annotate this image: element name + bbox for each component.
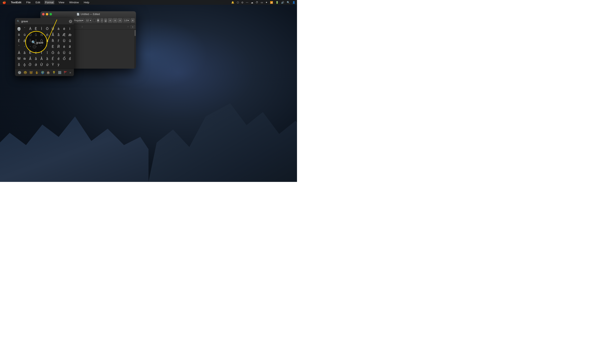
char-cell[interactable]: Ǜ	[28, 32, 33, 38]
char-cell[interactable]: Ě	[28, 50, 33, 56]
char-search-input[interactable]	[21, 20, 68, 23]
char-cell[interactable]: à	[56, 26, 61, 32]
menubar-icon-wifi[interactable]: 📶	[270, 1, 273, 4]
category-objects[interactable]: 💡	[52, 71, 56, 74]
char-cell[interactable]: È	[50, 44, 55, 50]
menubar-icon-cloud[interactable]: ☁	[251, 1, 253, 4]
char-cell[interactable]: ǜ	[33, 32, 39, 38]
char-cell[interactable]: ở	[33, 62, 39, 68]
char-cell[interactable]: Ǣ	[61, 32, 67, 38]
char-cell[interactable]: Ȉ	[28, 38, 33, 44]
char-cell[interactable]: ǐ	[45, 50, 50, 56]
list-btn[interactable]: ≡	[131, 18, 135, 23]
menubar-search[interactable]: 🔍	[287, 1, 290, 4]
char-cell[interactable]: Ù	[50, 26, 55, 32]
menubar-icon-display[interactable]: ▭	[261, 1, 263, 4]
char-cell[interactable]: ù	[22, 32, 27, 38]
char-cell[interactable]: ì	[67, 26, 73, 32]
char-cell[interactable]: Ǎ	[16, 50, 22, 56]
font-size-selector[interactable]: 12 ▾	[85, 18, 92, 23]
scrollbar-thumb[interactable]	[135, 30, 136, 36]
menu-help[interactable]: Help	[83, 0, 90, 4]
char-cell[interactable]: ò	[16, 32, 22, 38]
char-cell[interactable]: ǹ	[45, 32, 50, 38]
char-cell[interactable]: ˴	[22, 44, 27, 50]
line-spacing-selector[interactable]: 1.0 ▾	[123, 18, 130, 23]
char-cell[interactable]: Ì	[39, 26, 44, 32]
category-emoji[interactable]: 😀	[24, 71, 27, 74]
char-cell[interactable]: ě	[33, 50, 39, 56]
char-cell[interactable]: ȉ	[33, 38, 39, 44]
char-cell[interactable]: Ắ	[28, 56, 33, 62]
char-cell[interactable]: `	[16, 44, 22, 50]
char-cell[interactable]: ử	[45, 62, 50, 68]
category-nature[interactable]: 🌍	[41, 71, 44, 74]
char-cell[interactable]: ẁ	[22, 56, 27, 62]
menubar-icon-timemachine[interactable]: ⏱	[256, 1, 258, 4]
char-cell[interactable]: Ǔ	[61, 50, 67, 56]
text-color-selector[interactable]	[93, 19, 96, 22]
category-animals[interactable]: 🐱	[29, 71, 33, 74]
menubar-icon-volume[interactable]: 🔊	[281, 1, 284, 4]
char-cell[interactable]: Ǹ	[39, 32, 44, 38]
menu-window[interactable]: Window	[68, 0, 80, 4]
menubar-user[interactable]: 👤	[292, 1, 295, 4]
char-cell[interactable]: ᷁	[45, 44, 50, 50]
char-cell[interactable]: ȅ	[22, 38, 27, 44]
align-left-btn[interactable]: ≡	[108, 18, 112, 23]
align-right-btn[interactable]: ≡	[118, 18, 122, 23]
char-cell[interactable]: ǔ	[67, 50, 73, 56]
menubar-icon-dropbox[interactable]: ⬡	[237, 1, 239, 4]
char-cell[interactable]: Ỳ	[50, 62, 55, 68]
menu-textedit[interactable]: TextEdit	[10, 0, 22, 4]
italic-button[interactable]: I	[101, 18, 103, 23]
search-clear-btn[interactable]: ✕	[69, 20, 72, 23]
char-cell[interactable]: è	[61, 26, 67, 32]
char-cell[interactable]: ỳ	[56, 62, 61, 68]
char-cell[interactable]: ỗ	[16, 62, 22, 68]
align-center-btn[interactable]: ≡	[113, 18, 117, 23]
category-places[interactable]: 🏠	[46, 71, 50, 74]
category-recent[interactable]: 🕐	[18, 71, 21, 74]
bold-button[interactable]: B	[97, 18, 100, 23]
char-cell[interactable]: Ề	[50, 56, 55, 62]
category-people[interactable]: ✋	[35, 71, 39, 74]
menubar-icon-bluetooth[interactable]: ✦	[265, 1, 268, 4]
menubar-icon-vpn[interactable]: ⊙	[241, 1, 243, 4]
char-cell[interactable]: й	[67, 44, 73, 50]
category-flags[interactable]: 🚩	[64, 71, 67, 74]
char-cell[interactable]: ằ	[45, 56, 50, 62]
char-cell[interactable]: ᷀	[39, 44, 44, 50]
char-cell[interactable]: À	[28, 26, 33, 32]
menu-edit[interactable]: Edit	[35, 0, 41, 4]
menubar-icon-battery[interactable]: 🔋	[276, 1, 279, 4]
char-cell[interactable]: Ổ	[61, 56, 67, 62]
maximize-button[interactable]	[49, 13, 52, 15]
minimize-button[interactable]	[46, 13, 48, 15]
menu-file[interactable]: File	[25, 0, 31, 4]
char-cell[interactable]: Ȑ	[50, 38, 55, 44]
char-cell[interactable]: Ằ	[39, 56, 44, 62]
char-cell[interactable]: ȍ	[45, 38, 50, 44]
menubar-icon-notifications[interactable]: 🔔	[231, 1, 234, 4]
char-cell[interactable]: Ǟ	[50, 32, 55, 38]
char-cell[interactable]: ề	[56, 56, 61, 62]
char-cell[interactable]: Ở	[28, 62, 33, 68]
category-symbols[interactable]: 🔣	[58, 71, 61, 74]
char-cell[interactable]: Ǒ	[50, 50, 55, 56]
char-cell[interactable]: Й	[56, 44, 61, 50]
char-cell[interactable]: 💀	[16, 26, 22, 32]
char-cell[interactable]: Ȍ	[39, 38, 44, 44]
char-cell[interactable]: Ẁ	[16, 56, 22, 62]
char-cell[interactable]: ǣ	[67, 32, 73, 38]
char-cell[interactable]: Ǐ	[39, 50, 44, 56]
menu-format[interactable]: Format	[44, 0, 54, 4]
char-cell[interactable]: ǟ	[56, 32, 61, 38]
char-cell[interactable]: è	[61, 44, 67, 50]
char-cell[interactable]: ǎ	[22, 50, 27, 56]
char-cell[interactable]: ộ	[22, 62, 27, 68]
char-cell[interactable]: Ò	[45, 26, 50, 32]
char-cell[interactable]: ˵	[28, 44, 33, 50]
category-more[interactable]: »	[69, 71, 71, 74]
char-cell[interactable]: ổ	[67, 56, 73, 62]
